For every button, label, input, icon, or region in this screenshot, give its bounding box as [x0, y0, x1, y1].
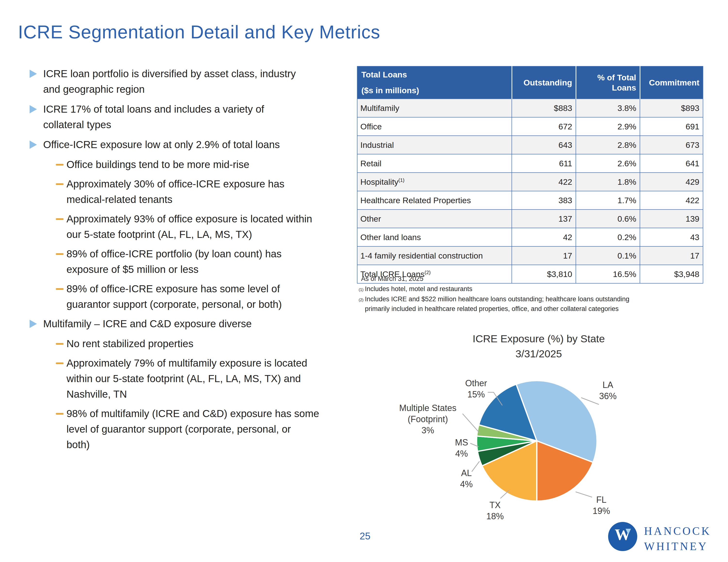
pie-label-ms: MS4% [455, 437, 468, 459]
cell-pct-of-total: 2.6% [576, 154, 640, 173]
cell-outstanding: 137 [512, 209, 576, 228]
row-label: Retail [357, 154, 512, 173]
row-label: Multifamily [357, 99, 512, 117]
leader-line [576, 492, 592, 497]
cell-commitment: 691 [640, 117, 703, 136]
cell-outstanding: 422 [512, 173, 576, 191]
table-row: Healthcare Related Properties3831.7%422 [357, 191, 703, 209]
cell-outstanding: 611 [512, 154, 576, 173]
cell-pct-of-total: 3.8% [576, 99, 640, 117]
row-label: Healthcare Related Properties [357, 191, 512, 209]
row-label: Industrial [357, 136, 512, 154]
bullet-text-line: level of guarantor support (corporate, p… [66, 422, 359, 437]
bullet-text-line: Office buildings tend to be more mid-ris… [66, 157, 359, 172]
page-number: 25 [360, 531, 371, 542]
cell-pct-of-total: 2.9% [576, 117, 640, 136]
bullet-text-line: our 5-state footprint (AL, FL, LA, MS, T… [66, 227, 359, 242]
bullet-text-line: Nashville, TN [66, 387, 359, 402]
header-total-loans-line2: ($s in millions) [361, 86, 419, 95]
bullet-item: Approximately 30% of office-ICRE exposur… [56, 176, 359, 207]
bullet-dash-icon [56, 363, 64, 364]
table-row: Industrial6432.8%673 [357, 136, 703, 154]
table-row: Retail6112.6%641 [357, 154, 703, 173]
cell-pct-of-total: 0.6% [576, 209, 640, 228]
cell-commitment: 17 [640, 246, 703, 265]
bullet-text-line: guarantor support (corporate, personal, … [66, 297, 359, 312]
cell-outstanding: 672 [512, 117, 576, 136]
bullet-list: ICRE loan portfolio is diversified by as… [29, 66, 359, 456]
logo-monogram: W [608, 525, 637, 544]
bullet-item: ICRE 17% of total loans and includes a v… [29, 101, 359, 132]
bullet-arrow-icon [30, 105, 37, 113]
footnote: As of March 31, 2025 [359, 274, 708, 284]
footnote: (1)Includes hotel, motel and restaurants [359, 284, 708, 294]
header-commitment: Commitment [640, 66, 703, 99]
bullet-text-line: Approximately 30% of office-ICRE exposur… [66, 176, 359, 192]
cell-outstanding: 383 [512, 191, 576, 209]
logo-wordmark: HANCOCK WHITNEY [644, 523, 711, 554]
cell-outstanding: 42 [512, 228, 576, 246]
pie-title-line1: ICRE Exposure (%) by State [454, 331, 624, 346]
total-loans-table: Total Loans ($s in millions) Outstanding… [357, 66, 703, 284]
bullet-item: 89% of office-ICRE exposure has some lev… [56, 281, 359, 312]
page-title: ICRE Segmentation Detail and Key Metrics [18, 21, 380, 42]
header-outstanding: Outstanding [512, 66, 576, 99]
bullet-dash-icon [56, 164, 64, 165]
pie-chart: ICRE Exposure (%) by State 3/31/2025 LA3… [388, 330, 704, 534]
footnote-marker: (1) [398, 177, 405, 183]
bullet-text-line: medical-related tenants [66, 192, 359, 207]
cell-commitment: 641 [640, 154, 703, 173]
bullet-text-line: Multifamily – ICRE and C&D exposure dive… [43, 316, 359, 332]
pie-chart-title: ICRE Exposure (%) by State 3/31/2025 [454, 331, 624, 361]
cell-commitment: 673 [640, 136, 703, 154]
bullet-arrow-icon [30, 320, 37, 328]
bullet-text-line: No rent stabilized properties [66, 336, 359, 352]
row-label: Other [357, 209, 512, 228]
table-footnotes: As of March 31, 2025(1)Includes hotel, m… [359, 274, 708, 314]
bullet-text-line: Approximately 93% of office exposure is … [66, 211, 359, 227]
pie-label-fl: FL19% [593, 494, 610, 517]
bullet-text-line: ICRE 17% of total loans and includes a v… [43, 101, 359, 117]
bullet-text-line: exposure of $5 million or less [66, 262, 359, 277]
header-total-loans-line1: Total Loans [361, 70, 407, 79]
pie-label-multiple-states-footprint-: Multiple States(Footprint)3% [399, 403, 456, 436]
hancock-whitney-logo-icon: W [608, 522, 637, 551]
cell-pct-of-total: 0.1% [576, 246, 640, 265]
leader-line [463, 414, 480, 433]
bullet-text-line: 89% of office-ICRE exposure has some lev… [66, 281, 359, 297]
bullet-text-line: ICRE loan portfolio is diversified by as… [43, 66, 359, 82]
row-label: Office [357, 117, 512, 136]
bullet-dash-icon [56, 288, 64, 290]
row-label: Other land loans [357, 228, 512, 246]
bullet-item: Multifamily – ICRE and C&D exposure dive… [29, 316, 359, 332]
bullet-text-line: both) [66, 437, 359, 453]
pie-title-line2: 3/31/2025 [454, 346, 624, 361]
bullet-item: Approximately 93% of office exposure is … [56, 211, 359, 242]
footnote: (2)Includes ICRE and $522 million health… [359, 294, 708, 314]
footnote-sup: (1) [359, 285, 364, 295]
bullet-arrow-icon [30, 70, 37, 78]
bullet-item: 98% of multifamily (ICRE and C&D) exposu… [56, 406, 359, 453]
bullet-arrow-icon [30, 140, 37, 149]
row-label: 1-4 family residential construction [357, 246, 512, 265]
table-row: 1-4 family residential construction170.1… [357, 246, 703, 265]
pie-label-tx: TX18% [486, 500, 504, 522]
bullet-item: Approximately 79% of multifamily exposur… [56, 356, 359, 402]
cell-pct-of-total: 2.8% [576, 136, 640, 154]
cell-outstanding: $883 [512, 99, 576, 117]
footnote-sup: (2) [359, 295, 364, 305]
footnote-text: Includes hotel, motel and restaurants [365, 284, 472, 294]
table-header-row: Total Loans ($s in millions) Outstanding… [357, 66, 703, 99]
header-pct-of-total: % of Total Loans [576, 66, 640, 99]
bullet-text-line: 89% of office-ICRE portfolio (by loan co… [66, 246, 359, 262]
bullet-text-line: within our 5-state footprint (AL, FL, LA… [66, 371, 359, 387]
pie-label-al: AL4% [460, 468, 473, 490]
bullet-dash-icon [56, 183, 64, 185]
table-body: Multifamily$8833.8%$893Office6722.9%691I… [357, 99, 703, 283]
header-total-loans: Total Loans ($s in millions) [357, 66, 512, 99]
header-pct-line2: Loans [576, 82, 636, 93]
row-label: Hospitality(1) [357, 173, 512, 191]
bullet-dash-icon [56, 253, 64, 255]
logo-line2: WHITNEY [644, 539, 711, 554]
loans-table: Total Loans ($s in millions) Outstanding… [357, 66, 703, 284]
